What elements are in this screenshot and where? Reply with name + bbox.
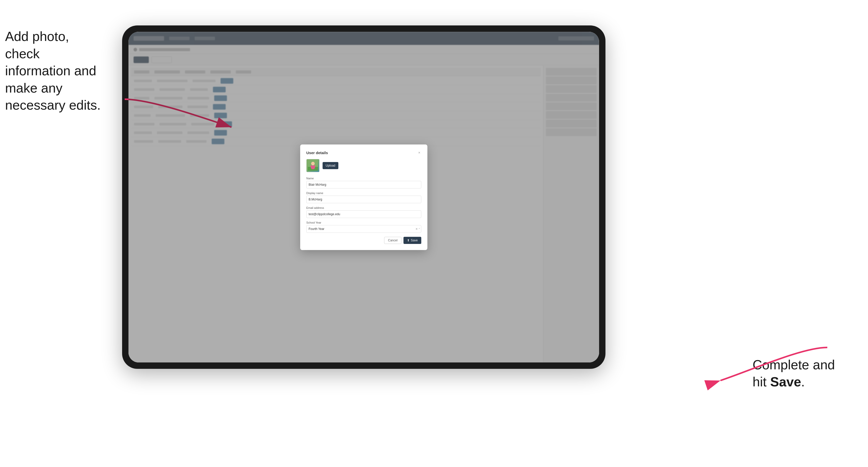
annotation-right-line2: hit (752, 374, 770, 389)
email-label: Email address (306, 206, 421, 209)
email-input[interactable] (306, 210, 421, 218)
modal-close-button[interactable]: × (417, 151, 421, 155)
display-name-label: Display name (306, 191, 421, 195)
school-year-label: School Year (306, 221, 421, 224)
tablet-screen: User details × (128, 32, 599, 363)
annotation-left: Add photo, check information and make an… (5, 28, 102, 114)
clear-school-year-icon[interactable]: ✕ (415, 227, 418, 230)
school-year-form-group: School Year ✕ ⌃ (306, 221, 421, 233)
tablet-device: User details × (122, 25, 606, 369)
annotation-right-line1: Complete and (752, 357, 835, 372)
display-name-form-group: Display name (306, 191, 421, 203)
school-year-input[interactable] (306, 225, 421, 233)
school-year-wrapper: ✕ ⌃ (306, 225, 421, 233)
modal-header: User details × (306, 151, 421, 155)
name-form-group: Name (306, 177, 421, 188)
modal-footer: Cancel ⬆ Save (306, 237, 421, 244)
annotation-right-end: . (801, 374, 805, 389)
save-button[interactable]: ⬆ Save (403, 237, 421, 244)
display-name-input[interactable] (306, 196, 421, 203)
avatar-section: Upload (306, 159, 421, 172)
chevron-down-icon[interactable]: ⌃ (418, 227, 420, 230)
screen-content: User details × (128, 32, 599, 363)
name-input[interactable] (306, 181, 421, 188)
avatar-preview (306, 159, 319, 172)
modal-title: User details (306, 151, 328, 155)
annotation-right: Complete and hit Save. (752, 356, 835, 391)
email-form-group: Email address (306, 206, 421, 218)
save-label: Save (411, 239, 418, 242)
name-label: Name (306, 177, 421, 180)
svg-point-2 (311, 162, 315, 165)
cancel-button[interactable]: Cancel (384, 237, 401, 244)
user-details-modal: User details × (300, 145, 427, 250)
save-icon: ⬆ (407, 239, 410, 242)
upload-photo-button[interactable]: Upload (322, 162, 338, 169)
annotation-right-bold: Save (770, 374, 801, 389)
school-year-icons: ✕ ⌃ (415, 227, 420, 230)
modal-overlay: User details × (128, 32, 599, 363)
